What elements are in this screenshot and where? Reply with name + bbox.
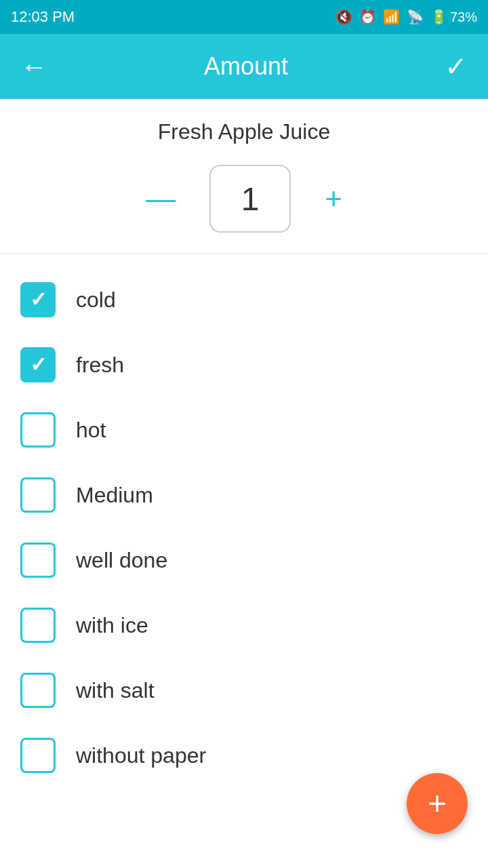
quantity-section: — 1 + xyxy=(0,158,488,253)
header-title: Amount xyxy=(204,52,288,81)
option-item-with-salt[interactable]: with salt xyxy=(0,658,488,723)
option-item-with-ice[interactable]: with ice xyxy=(0,593,488,658)
option-label-medium: Medium xyxy=(76,483,153,508)
status-time: 12:03 PM xyxy=(11,8,75,26)
alarm-icon: ⏰ xyxy=(359,9,376,25)
back-button[interactable]: ← xyxy=(20,52,47,82)
option-label-hot: hot xyxy=(76,418,106,443)
item-title: Fresh Apple Juice xyxy=(158,119,330,144)
option-label-with-ice: with ice xyxy=(76,613,148,638)
checkbox-with-ice[interactable] xyxy=(20,608,56,643)
add-option-fab[interactable]: + xyxy=(407,773,468,834)
option-label-cold: cold xyxy=(76,288,116,313)
checkbox-medium[interactable] xyxy=(20,477,56,513)
status-icons: 🔇 ⏰ 📶 📡 🔋 73% xyxy=(336,9,477,25)
decrement-button[interactable]: — xyxy=(139,184,182,214)
status-bar: 12:03 PM 🔇 ⏰ 📶 📡 🔋 73% xyxy=(0,0,488,34)
option-label-without-paper: without paper xyxy=(76,743,206,768)
checkbox-without-paper[interactable] xyxy=(20,738,56,773)
signal-icon: 📡 xyxy=(407,9,424,25)
increment-button[interactable]: + xyxy=(318,184,349,214)
option-item-without-paper[interactable]: without paper xyxy=(0,723,488,788)
checkbox-well-done[interactable] xyxy=(20,542,56,578)
checkbox-fresh[interactable]: ✓ xyxy=(20,347,56,382)
fab-plus-icon: + xyxy=(428,787,447,820)
checkmark-cold: ✓ xyxy=(30,290,47,310)
confirm-button[interactable]: ✓ xyxy=(445,51,468,82)
checkbox-with-salt[interactable] xyxy=(20,673,56,708)
header: ← Amount ✓ xyxy=(0,34,488,99)
option-label-with-salt: with salt xyxy=(76,678,155,703)
quantity-display: 1 xyxy=(209,165,291,233)
wifi-icon: 📶 xyxy=(383,9,400,25)
option-label-well-done: well done xyxy=(76,548,167,573)
mute-icon: 🔇 xyxy=(336,9,352,25)
divider xyxy=(0,253,488,254)
option-item-fresh[interactable]: ✓fresh xyxy=(0,332,488,397)
options-list: ✓cold✓freshhotMediumwell donewith icewit… xyxy=(0,260,488,795)
checkbox-hot[interactable] xyxy=(20,412,56,448)
option-item-hot[interactable]: hot xyxy=(0,397,488,462)
option-item-cold[interactable]: ✓cold xyxy=(0,267,488,332)
item-title-section: Fresh Apple Juice xyxy=(0,99,488,158)
checkmark-fresh: ✓ xyxy=(30,355,47,375)
battery-icon: 🔋 73% xyxy=(430,9,477,25)
option-item-medium[interactable]: Medium xyxy=(0,462,488,528)
option-label-fresh: fresh xyxy=(76,353,124,378)
checkbox-cold[interactable]: ✓ xyxy=(20,282,56,317)
option-item-well-done[interactable]: well done xyxy=(0,528,488,593)
